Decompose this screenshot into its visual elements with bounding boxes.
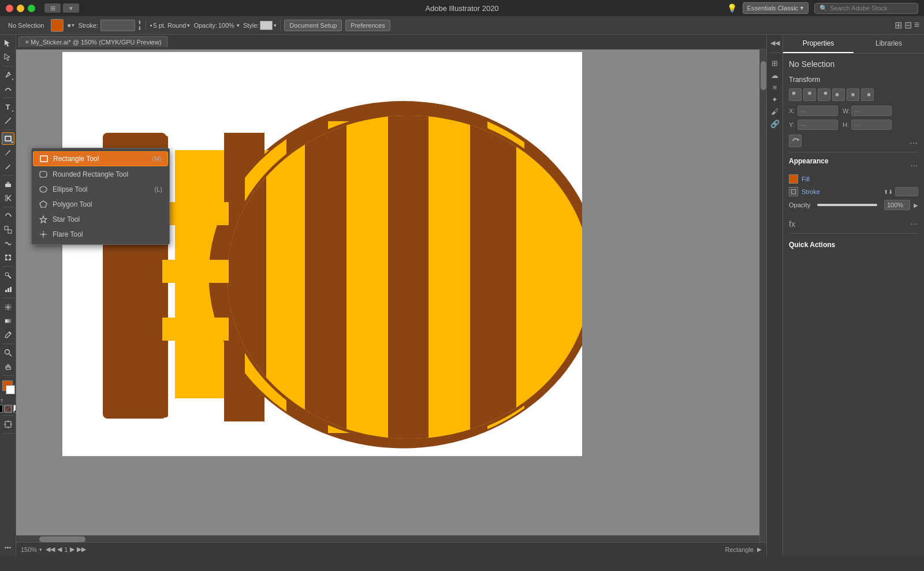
symbol-sprayer-tool[interactable] bbox=[2, 269, 14, 282]
vertical-scrollbar[interactable] bbox=[759, 50, 766, 542]
maximize-button[interactable] bbox=[28, 5, 35, 12]
color-mode-none[interactable] bbox=[4, 405, 12, 413]
arrange-icon2[interactable]: ⊟ bbox=[904, 20, 912, 31]
style-swatch[interactable] bbox=[260, 21, 273, 30]
zoom-tool[interactable] bbox=[2, 346, 14, 359]
style-dropdown[interactable]: ▾ bbox=[274, 23, 277, 28]
tab-close-icon[interactable]: ✕ bbox=[25, 39, 29, 45]
document-setup-button[interactable]: Document Setup bbox=[284, 20, 342, 31]
dropdown-item-ellipse[interactable]: Ellipse Tool (L) bbox=[32, 182, 169, 197]
align-tc[interactable] bbox=[803, 88, 816, 101]
essentials-dropdown[interactable]: Essentials Classic ▼ bbox=[743, 2, 808, 14]
selection-tool[interactable] bbox=[2, 37, 14, 50]
stroke-swatch[interactable] bbox=[789, 187, 798, 196]
rotate-icon-btn[interactable] bbox=[789, 135, 802, 147]
lightbulb-icon[interactable]: 💡 bbox=[727, 3, 737, 13]
h-input[interactable] bbox=[851, 120, 892, 130]
eyedropper-tool[interactable] bbox=[2, 329, 14, 341]
stroke-label-panel[interactable]: Stroke bbox=[802, 188, 820, 195]
hand-tool[interactable] bbox=[2, 360, 14, 373]
y-input[interactable] bbox=[798, 120, 838, 130]
fill-label[interactable]: Fill bbox=[802, 176, 810, 182]
opacity-slider[interactable] bbox=[817, 204, 877, 206]
x-input[interactable] bbox=[798, 106, 838, 116]
brush-icon[interactable]: 🖌 bbox=[771, 107, 778, 116]
rotate-tool[interactable] bbox=[2, 210, 14, 222]
align-mr[interactable] bbox=[861, 88, 874, 101]
hscroll-thumb[interactable] bbox=[39, 536, 85, 542]
scissors-tool[interactable] bbox=[2, 192, 14, 204]
horizontal-scrollbar[interactable] bbox=[16, 535, 759, 542]
dropdown-item-rounded-rectangle[interactable]: Rounded Rectangle Tool bbox=[32, 167, 169, 182]
appearance-more-btn[interactable]: … bbox=[910, 217, 918, 226]
warp-tool[interactable] bbox=[2, 237, 14, 250]
dropdown-item-star[interactable]: Star Tool bbox=[32, 212, 169, 227]
appearance-more-icon[interactable]: … bbox=[910, 159, 918, 168]
more-tools[interactable]: ••• bbox=[2, 541, 14, 554]
fill-mode-solid[interactable]: ■ bbox=[67, 22, 70, 28]
type-tool[interactable]: T ▸ bbox=[2, 100, 14, 113]
prev-page-icon[interactable]: ◀◀ bbox=[46, 546, 55, 553]
curvature-tool[interactable] bbox=[2, 83, 14, 95]
arrange-icon-side[interactable]: ⊞ bbox=[772, 59, 778, 68]
mesh-tool[interactable] bbox=[2, 301, 14, 314]
fill-swatch[interactable] bbox=[789, 174, 798, 184]
dropdown-item-rectangle[interactable]: Rectangle Tool (M) bbox=[33, 151, 168, 166]
dropdown-item-polygon[interactable]: Polygon Tool bbox=[32, 197, 169, 212]
paintbrush-tool[interactable] bbox=[2, 146, 14, 159]
align-tr[interactable] bbox=[818, 88, 830, 101]
dropdown-item-flare[interactable]: Flare Tool bbox=[32, 227, 169, 242]
stroke-dropdown-panel[interactable] bbox=[895, 187, 918, 196]
direct-selection-tool[interactable] bbox=[2, 51, 14, 64]
opacity-value-panel[interactable]: 100% bbox=[884, 200, 910, 210]
line-tool[interactable] bbox=[2, 114, 14, 127]
next-page-icon2[interactable]: ▶▶ bbox=[77, 546, 86, 553]
close-button[interactable] bbox=[6, 5, 13, 12]
preferences-button[interactable]: Preferences bbox=[345, 20, 390, 31]
tool-dropdown-menu[interactable]: Rectangle Tool (M) Rounded Rectangle Too… bbox=[31, 148, 170, 245]
more-options-icon[interactable]: ≡ bbox=[914, 20, 919, 31]
swap-colors-icon[interactable] bbox=[0, 397, 5, 401]
eraser-tool[interactable] bbox=[2, 178, 14, 191]
opacity-dropdown[interactable]: ▾ bbox=[237, 23, 240, 28]
effects-icon[interactable]: ✦ bbox=[772, 95, 778, 104]
link-icon[interactable]: 🔗 bbox=[770, 120, 780, 128]
cloud-icon[interactable]: ☁ bbox=[771, 71, 778, 80]
collapse-panel-button[interactable]: ◀◀ bbox=[770, 39, 780, 47]
fill-color-swatch[interactable] bbox=[51, 19, 64, 32]
status-arrow-icon[interactable]: ▶ bbox=[757, 546, 762, 553]
scrollbar-thumb[interactable] bbox=[761, 61, 766, 90]
minimize-button[interactable] bbox=[17, 5, 24, 12]
color-mode-gradient[interactable] bbox=[13, 405, 17, 413]
weight-dropdown[interactable]: ▾ bbox=[187, 23, 190, 28]
free-transform-tool[interactable] bbox=[2, 251, 14, 264]
arrange-icon[interactable]: ⊞ bbox=[895, 20, 902, 31]
fx-button[interactable]: fx bbox=[789, 219, 795, 229]
canvas[interactable] bbox=[62, 52, 582, 456]
scale-tool[interactable] bbox=[2, 223, 14, 236]
pencil-tool[interactable] bbox=[2, 160, 14, 173]
rectangle-tool[interactable]: ▸ bbox=[2, 132, 14, 145]
gradient-tool[interactable] bbox=[2, 315, 14, 327]
expand-button[interactable]: ▾ bbox=[63, 3, 79, 13]
tab-properties[interactable]: Properties bbox=[783, 35, 854, 53]
align-mc[interactable] bbox=[847, 88, 859, 101]
prev-page-icon2[interactable]: ◀ bbox=[57, 546, 62, 553]
pen-tool[interactable]: ▸ bbox=[2, 69, 14, 81]
background-color[interactable] bbox=[6, 385, 15, 394]
align-tl[interactable] bbox=[789, 88, 802, 101]
w-input[interactable] bbox=[851, 106, 892, 116]
artboard-tool[interactable] bbox=[2, 418, 14, 431]
stroke-up-down[interactable]: ⬆⬇ bbox=[884, 189, 893, 195]
color-mode-solid[interactable] bbox=[0, 405, 3, 413]
search-adobe-stock[interactable]: 🔍 Search Adobe Stock bbox=[814, 3, 918, 14]
stroke-input[interactable] bbox=[100, 20, 135, 31]
zoom-display[interactable]: 150% ▾ bbox=[21, 546, 42, 553]
fill-mode-dropdown[interactable]: ▾ bbox=[72, 22, 74, 28]
align-ml[interactable] bbox=[832, 88, 845, 101]
more-transform-options[interactable]: … bbox=[909, 136, 918, 146]
next-page-icon[interactable]: ▶ bbox=[70, 546, 74, 553]
stroke-arrows[interactable]: ⬆⬇ bbox=[137, 20, 142, 31]
zoom-dropdown[interactable]: ▾ bbox=[39, 547, 42, 553]
column-graph-tool[interactable] bbox=[2, 283, 14, 296]
